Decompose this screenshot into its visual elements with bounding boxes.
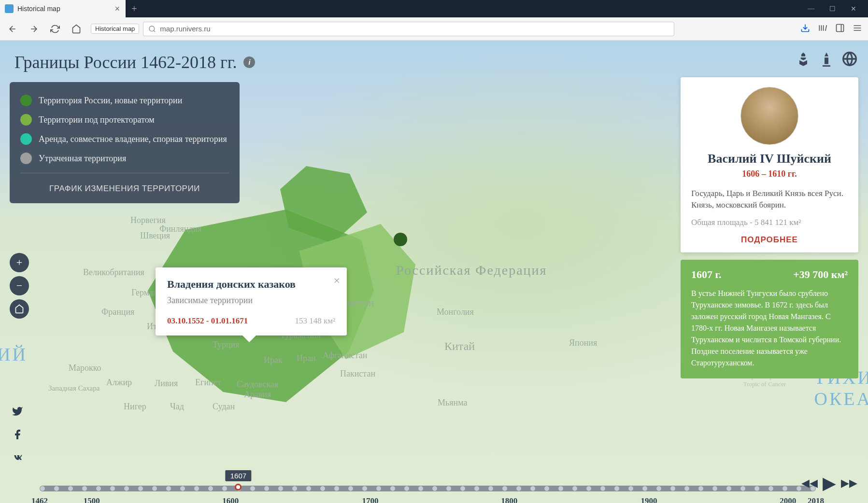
timeline-tick[interactable]	[516, 486, 521, 491]
timeline-tick[interactable]	[642, 486, 647, 491]
browser-tab[interactable]: Historical map ×	[0, 0, 126, 17]
timeline-tick[interactable]	[754, 486, 759, 491]
timeline-tick[interactable]	[474, 486, 479, 491]
info-icon[interactable]: i	[243, 56, 255, 68]
more-button[interactable]: ПОДРОБНЕЕ	[691, 235, 848, 245]
library-icon[interactable]	[818, 23, 827, 35]
country-label: Нигер	[124, 402, 146, 412]
timeline-tick[interactable]	[544, 486, 549, 491]
timeline-tick[interactable]	[614, 486, 619, 491]
timeline-tick[interactable]	[656, 486, 661, 491]
timeline-track[interactable]	[40, 486, 816, 491]
timeline-tick[interactable]	[124, 486, 129, 491]
territory-chart-button[interactable]: ГРАФИК ИЗМЕНЕНИЯ ТЕРРИТОРИИ	[20, 178, 229, 196]
menu-icon[interactable]	[853, 23, 862, 35]
country-label: Западная Сахара	[48, 384, 100, 392]
facebook-icon[interactable]	[12, 429, 23, 442]
map-marker[interactable]	[394, 233, 407, 246]
download-icon[interactable]	[800, 23, 810, 35]
ruler-icon[interactable]	[796, 51, 811, 67]
back-button[interactable]	[6, 22, 19, 36]
timeline-tick[interactable]	[460, 486, 465, 491]
timeline-tick[interactable]	[558, 486, 563, 491]
map-viewport[interactable]: ИЙ ТИХИ ОКЕА Российская Федерация Норвег…	[0, 41, 868, 503]
maximize-icon[interactable]: ☐	[827, 5, 837, 13]
timeline-tick[interactable]	[783, 486, 787, 491]
timeline-tick[interactable]	[712, 486, 717, 491]
timeline-tick[interactable]	[488, 486, 493, 491]
playback-controls: ◀◀ ▶ ▶▶	[801, 473, 857, 493]
home-extent-button[interactable]	[10, 299, 29, 319]
timeline-tick[interactable]	[390, 486, 395, 491]
twitter-icon[interactable]	[12, 405, 23, 419]
timeline-tick[interactable]	[502, 486, 507, 491]
timeline-tick[interactable]	[797, 486, 801, 491]
forward-button[interactable]	[27, 22, 41, 36]
globe-icon[interactable]	[842, 51, 857, 67]
play-button[interactable]: ▶	[823, 473, 836, 493]
timeline-tick[interactable]	[110, 486, 115, 491]
home-button[interactable]	[70, 22, 83, 36]
timeline-tick[interactable]	[404, 486, 409, 491]
timeline-tick[interactable]	[96, 486, 101, 491]
timeline-tick[interactable]	[264, 486, 269, 491]
vk-icon[interactable]	[12, 452, 23, 465]
timeline-tick[interactable]	[250, 486, 255, 491]
timeline-tick[interactable]	[586, 486, 591, 491]
timeline-tick[interactable]	[180, 486, 185, 491]
zoom-in-button[interactable]: +	[10, 253, 29, 272]
social-links	[12, 405, 23, 465]
timeline-tick[interactable]	[740, 486, 745, 491]
top-icon-bar	[796, 51, 857, 67]
timeline-tick[interactable]	[166, 486, 171, 491]
timeline-tick[interactable]	[292, 486, 297, 491]
url-badge[interactable]: Historical map	[91, 24, 139, 34]
url-bar[interactable]: map.runivers.ru	[143, 22, 674, 36]
tab-close-icon[interactable]: ×	[114, 4, 120, 14]
timeline-tick[interactable]	[138, 486, 143, 491]
svg-point-0	[149, 26, 155, 31]
timeline-tick[interactable]	[684, 486, 689, 491]
timeline-tick[interactable]	[208, 486, 213, 491]
new-tab-button[interactable]: +	[126, 0, 143, 17]
timeline-tick[interactable]	[40, 486, 45, 491]
fast-forward-button[interactable]: ▶▶	[841, 477, 857, 489]
timeline-tick[interactable]	[334, 486, 339, 491]
timeline-tick[interactable]	[726, 486, 731, 491]
sidebar-icon[interactable]	[835, 23, 845, 35]
rewind-button[interactable]: ◀◀	[801, 477, 818, 489]
timeline-tick[interactable]	[194, 486, 199, 491]
timeline-tick[interactable]	[768, 486, 773, 491]
timeline-tick[interactable]	[68, 486, 73, 491]
timeline-handle[interactable]	[235, 484, 242, 490]
timeline-tick[interactable]	[348, 486, 353, 491]
close-window-icon[interactable]: ✕	[849, 5, 858, 13]
timeline-tick[interactable]	[600, 486, 605, 491]
timeline-tick[interactable]	[152, 486, 157, 491]
timeline-tick[interactable]	[82, 486, 87, 491]
timeline-tick[interactable]	[572, 486, 577, 491]
timeline-tick[interactable]	[320, 486, 325, 491]
region-popup: × Владения донских казаков Зависимые тер…	[156, 267, 347, 335]
timeline-tick[interactable]	[670, 486, 675, 491]
timeline-tick[interactable]	[306, 486, 311, 491]
timeline-tick[interactable]	[376, 486, 381, 491]
timeline-tick[interactable]	[362, 486, 367, 491]
timeline-tick[interactable]	[418, 486, 423, 491]
country-label: Мьянма	[438, 398, 467, 408]
timeline-tick[interactable]	[628, 486, 633, 491]
timeline-tick[interactable]	[432, 486, 437, 491]
timeline-tick[interactable]	[54, 486, 59, 491]
browser-toolbar: Historical map map.runivers.ru	[0, 17, 868, 41]
timeline-tick[interactable]	[698, 486, 703, 491]
minimize-icon[interactable]: —	[806, 5, 816, 13]
popup-close-icon[interactable]: ×	[333, 274, 340, 287]
ruler-years: 1606 – 1610 гг.	[691, 169, 848, 179]
zoom-out-button[interactable]: −	[10, 276, 29, 295]
timeline-tick[interactable]	[278, 486, 283, 491]
timeline-tick[interactable]	[530, 486, 535, 491]
timeline-tick[interactable]	[446, 486, 451, 491]
reload-button[interactable]	[48, 22, 62, 36]
monument-icon[interactable]	[819, 51, 834, 67]
timeline-tick[interactable]	[222, 486, 227, 491]
